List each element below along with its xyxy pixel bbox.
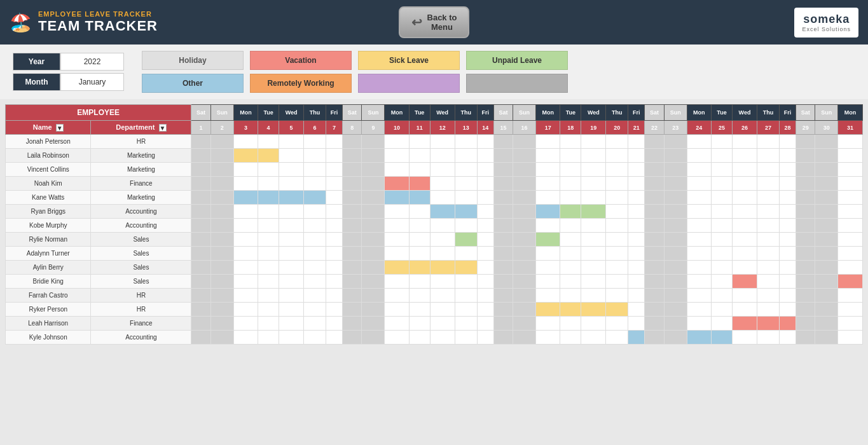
cell-Bridie_King-17: [535, 275, 560, 289]
cell-Rylie_Norman-6: [304, 233, 326, 247]
cell-Farrah_Castro-21: [628, 289, 645, 303]
cell-Rylie_Norman-13: [455, 233, 477, 247]
cell-Farrah_Castro-29: [796, 289, 815, 303]
cell-Vincent_Collins-21: [628, 163, 645, 177]
cell-Rylie_Norman-12: [430, 233, 455, 247]
cell-Laila_Robinson-10: [385, 149, 410, 163]
cell-Kyle_Johnson-19: [581, 331, 606, 345]
cell-Kyle_Johnson-11: [409, 331, 430, 345]
cell-Bridie_King-21: [628, 275, 645, 289]
cell-Adalynn_Turner-15: [493, 247, 513, 261]
cell-Ryan_Briggs-21: [628, 205, 645, 219]
cell-Leah_Harrison-8: [343, 317, 362, 331]
employee-dept: Marketing: [91, 149, 191, 163]
dow-header-13: Thu: [455, 105, 477, 121]
cell-Aylin_Berry-2: [210, 261, 233, 275]
cell-Aylin_Berry-28: [779, 261, 796, 275]
cell-Rylie_Norman-19: [581, 233, 606, 247]
cell-Rylie_Norman-16: [513, 233, 536, 247]
year-value[interactable]: 2022: [60, 53, 124, 71]
cell-Adalynn_Turner-9: [362, 247, 385, 261]
cell-Kane_Watts-18: [560, 191, 581, 205]
cell-Ryan_Briggs-11: [409, 205, 430, 219]
cell-Adalynn_Turner-25: [712, 247, 733, 261]
cell-Kobe_Murphy-9: [362, 219, 385, 233]
dow-header-9: Sun: [362, 105, 385, 121]
cell-Bridie_King-10: [385, 275, 410, 289]
cell-Kane_Watts-17: [535, 191, 560, 205]
cell-Ryker_Person-23: [664, 303, 687, 317]
table-row: Adalynn TurnerSales: [6, 247, 863, 261]
employee-dept: Marketing: [91, 191, 191, 205]
cell-Noah_Kim-8: [343, 177, 362, 191]
cell-Kobe_Murphy-14: [477, 219, 493, 233]
employee-name: Bridie King: [6, 275, 91, 289]
year-month-area: Year 2022 Month January: [13, 53, 124, 91]
cell-Kyle_Johnson-16: [513, 331, 536, 345]
cell-Aylin_Berry-29: [796, 261, 815, 275]
dow-header-2: Sun: [210, 105, 233, 121]
cell-Kyle_Johnson-27: [757, 331, 780, 345]
cell-Kyle_Johnson-21: [628, 331, 645, 345]
cell-Bridie_King-4: [258, 275, 279, 289]
cell-Laila_Robinson-24: [687, 149, 712, 163]
name-filter-icon[interactable]: ▼: [56, 124, 64, 132]
cell-Leah_Harrison-22: [645, 317, 664, 331]
cell-Noah_Kim-21: [628, 177, 645, 191]
cell-Jonah_Peterson-6: [304, 135, 326, 149]
employee-name: Ryker Person: [6, 303, 91, 317]
back-to-menu-button[interactable]: ↩ Back toMenu: [399, 6, 470, 38]
cell-Vincent_Collins-23: [664, 163, 687, 177]
cell-Farrah_Castro-5: [279, 289, 304, 303]
table-row: Leah HarrisonFinance: [6, 317, 863, 331]
cell-Noah_Kim-24: [687, 177, 712, 191]
cell-Laila_Robinson-13: [455, 149, 477, 163]
cell-Jonah_Peterson-22: [645, 135, 664, 149]
month-value[interactable]: January: [60, 73, 124, 91]
cell-Leah_Harrison-1: [191, 317, 210, 331]
cell-Rylie_Norman-22: [645, 233, 664, 247]
employee-dept: HR: [91, 303, 191, 317]
cell-Kyle_Johnson-18: [560, 331, 581, 345]
employee-name: Aylin Berry: [6, 261, 91, 275]
table-row: Vincent CollinsMarketing: [6, 163, 863, 177]
cell-Laila_Robinson-23: [664, 149, 687, 163]
employee-dept: HR: [91, 135, 191, 149]
name-header[interactable]: Name ▼: [6, 121, 91, 135]
cell-Kane_Watts-3: [233, 191, 258, 205]
cell-Leah_Harrison-6: [304, 317, 326, 331]
cell-Laila_Robinson-25: [712, 149, 733, 163]
cell-Ryan_Briggs-16: [513, 205, 536, 219]
cell-Jonah_Peterson-26: [732, 135, 757, 149]
day-num-30: 30: [815, 121, 838, 135]
cell-Farrah_Castro-28: [779, 289, 796, 303]
employee-name: Kane Watts: [6, 191, 91, 205]
cell-Ryan_Briggs-2: [210, 205, 233, 219]
cell-Kyle_Johnson-9: [362, 331, 385, 345]
cell-Noah_Kim-1: [191, 177, 210, 191]
table-row: Noah KimFinance: [6, 177, 863, 191]
cell-Ryan_Briggs-26: [732, 205, 757, 219]
cell-Farrah_Castro-13: [455, 289, 477, 303]
cell-Bridie_King-8: [343, 275, 362, 289]
cell-Noah_Kim-3: [233, 177, 258, 191]
cell-Ryker_Person-26: [732, 303, 757, 317]
cell-Kane_Watts-7: [326, 191, 343, 205]
cell-Leah_Harrison-5: [279, 317, 304, 331]
cell-Leah_Harrison-13: [455, 317, 477, 331]
dept-filter-icon[interactable]: ▼: [159, 124, 167, 132]
dow-header-4: Tue: [258, 105, 279, 121]
day-num-27: 27: [757, 121, 780, 135]
dow-header-24: Mon: [687, 105, 712, 121]
cell-Aylin_Berry-9: [362, 261, 385, 275]
cell-Kobe_Murphy-12: [430, 219, 455, 233]
cell-Adalynn_Turner-6: [304, 247, 326, 261]
cell-Laila_Robinson-15: [493, 149, 513, 163]
day-num-5: 5: [279, 121, 304, 135]
dept-header[interactable]: Department ▼: [91, 121, 191, 135]
cell-Farrah_Castro-9: [362, 289, 385, 303]
cell-Kobe_Murphy-17: [535, 219, 560, 233]
dow-header-26: Wed: [732, 105, 757, 121]
legend-item-holiday: Holiday: [142, 51, 244, 70]
cell-Kane_Watts-24: [687, 191, 712, 205]
